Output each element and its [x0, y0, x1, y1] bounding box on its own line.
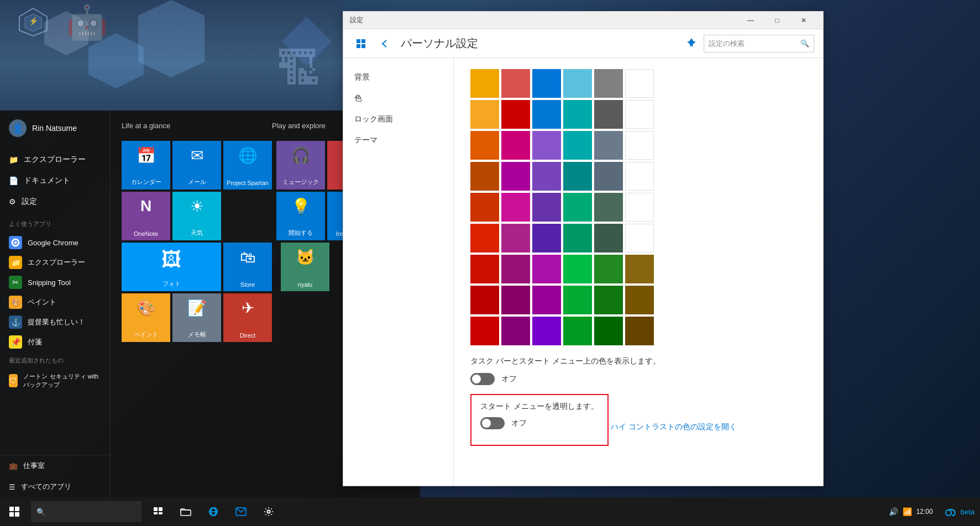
color-swatch[interactable]: [532, 286, 561, 314]
sidebar-item-color[interactable]: 色: [343, 88, 453, 109]
tile-paint2[interactable]: 🎨 ペイント: [122, 293, 170, 342]
color-swatch[interactable]: [625, 286, 654, 314]
color-swatch[interactable]: [501, 131, 530, 160]
color-swatch[interactable]: [532, 317, 561, 345]
tile-direct[interactable]: ✈ Direct: [223, 293, 272, 342]
color-swatch[interactable]: [532, 69, 561, 98]
color-swatch[interactable]: [594, 255, 623, 283]
color-swatch[interactable]: [470, 286, 499, 314]
restore-button[interactable]: □: [764, 12, 790, 29]
color-swatch[interactable]: [470, 162, 499, 191]
start-button[interactable]: [0, 497, 29, 526]
app-snipping[interactable]: ✂ Snipping Tool: [0, 272, 110, 292]
color-swatch[interactable]: [501, 255, 530, 283]
color-swatch[interactable]: [625, 69, 654, 98]
app-chrome[interactable]: Google Chrome: [0, 233, 110, 253]
tile-mail[interactable]: ✉ メール: [172, 141, 221, 190]
bottom-allapps[interactable]: ☰ すべてのアプリ: [0, 476, 110, 497]
settings-taskbar-button[interactable]: [255, 497, 282, 526]
close-button[interactable]: ✕: [791, 12, 816, 29]
settings-home-icon[interactable]: [352, 35, 370, 52]
tile-spartan[interactable]: 🌐 Project Spartan: [223, 141, 272, 190]
color-swatch[interactable]: [594, 69, 623, 98]
color-swatch[interactable]: [594, 224, 623, 253]
volume-icon[interactable]: 🔊: [889, 507, 898, 516]
taskbar-toggle[interactable]: [470, 373, 495, 385]
color-swatch[interactable]: [532, 193, 561, 222]
tile-notepad[interactable]: 📝 メモ帳: [172, 293, 221, 342]
bottom-work[interactable]: 💼 仕事室: [0, 455, 110, 476]
color-swatch[interactable]: [532, 255, 561, 283]
minimize-button[interactable]: —: [738, 12, 763, 29]
tile-music[interactable]: 🎧 ミュージック: [276, 141, 325, 190]
fileexplorer-button[interactable]: [172, 497, 199, 526]
app-sticky[interactable]: 📌 付箋: [0, 332, 110, 352]
sidebar-item-theme[interactable]: テーマ: [343, 130, 453, 151]
color-swatch[interactable]: [501, 193, 530, 222]
color-swatch[interactable]: [563, 69, 592, 98]
start-user[interactable]: 👤 Rin Natsume: [0, 111, 110, 146]
back-button[interactable]: [376, 35, 394, 52]
taskbar-search[interactable]: 🔍: [31, 501, 142, 522]
sidebar-item-background[interactable]: 背景: [343, 67, 453, 88]
tile-calendar[interactable]: 📅 カレンダー: [122, 141, 170, 190]
nav-documents[interactable]: 📄 ドキュメント: [0, 171, 110, 190]
color-swatch[interactable]: [625, 224, 654, 253]
taskview-button[interactable]: [145, 497, 171, 526]
settings-search[interactable]: 設定の検索 🔍: [704, 35, 814, 52]
network-icon[interactable]: 📶: [903, 507, 912, 516]
nav-settings[interactable]: ⚙ 設定: [0, 192, 110, 211]
color-swatch[interactable]: [563, 131, 592, 160]
app-explorer[interactable]: 📁 エクスプローラー: [0, 253, 110, 272]
nav-explorer[interactable]: 📁 エクスプローラー: [0, 150, 110, 169]
color-swatch[interactable]: [625, 255, 654, 283]
color-swatch[interactable]: [563, 100, 592, 129]
color-swatch[interactable]: [532, 131, 561, 160]
color-swatch[interactable]: [563, 255, 592, 283]
color-swatch[interactable]: [501, 224, 530, 253]
color-swatch[interactable]: [501, 100, 530, 129]
color-swatch[interactable]: [501, 317, 530, 345]
color-swatch[interactable]: [563, 286, 592, 314]
tile-nyalu[interactable]: 🐱 nyalu: [281, 243, 329, 291]
high-contrast-link[interactable]: ハイ コントラストの色の設定を開く: [611, 422, 737, 431]
tile-onenote[interactable]: N OneNote: [122, 192, 170, 240]
color-swatch[interactable]: [563, 317, 592, 345]
color-swatch[interactable]: [470, 100, 499, 129]
color-swatch[interactable]: [470, 69, 499, 98]
color-swatch[interactable]: [625, 317, 654, 345]
color-swatch[interactable]: [470, 131, 499, 160]
color-swatch[interactable]: [532, 162, 561, 191]
color-swatch[interactable]: [563, 224, 592, 253]
color-swatch[interactable]: [470, 193, 499, 222]
tile-start[interactable]: 💡 開始する: [276, 192, 325, 240]
color-swatch[interactable]: [625, 131, 654, 160]
color-swatch[interactable]: [625, 193, 654, 222]
transparent-toggle[interactable]: [480, 417, 505, 429]
color-swatch[interactable]: [501, 286, 530, 314]
app-norton[interactable]: 🛡 ノートン セキュリティ with バックアップ: [0, 369, 110, 392]
tile-store[interactable]: 🛍 Store: [223, 243, 272, 291]
color-swatch[interactable]: [501, 69, 530, 98]
color-swatch[interactable]: [563, 162, 592, 191]
app-kancolle[interactable]: ⚓ 提督業も忙しい！: [0, 312, 110, 332]
mail-button[interactable]: [228, 497, 254, 526]
color-swatch[interactable]: [470, 317, 499, 345]
ie-button[interactable]: [200, 497, 227, 526]
app-paint[interactable]: 🎨 ペイント: [0, 292, 110, 312]
color-swatch[interactable]: [532, 224, 561, 253]
tile-photos[interactable]: 🖼 フォト: [122, 243, 221, 291]
color-swatch[interactable]: [532, 100, 561, 129]
pin-icon[interactable]: [686, 37, 697, 50]
sidebar-item-lockscreen[interactable]: ロック画面: [343, 109, 453, 130]
color-swatch[interactable]: [625, 100, 654, 129]
color-swatch[interactable]: [625, 162, 654, 191]
color-swatch[interactable]: [470, 255, 499, 283]
color-swatch[interactable]: [594, 286, 623, 314]
color-swatch[interactable]: [563, 193, 592, 222]
color-swatch[interactable]: [594, 193, 623, 222]
color-swatch[interactable]: [594, 131, 623, 160]
tile-weather[interactable]: ☀ 天気: [172, 192, 221, 240]
color-swatch[interactable]: [594, 317, 623, 345]
color-swatch[interactable]: [501, 162, 530, 191]
